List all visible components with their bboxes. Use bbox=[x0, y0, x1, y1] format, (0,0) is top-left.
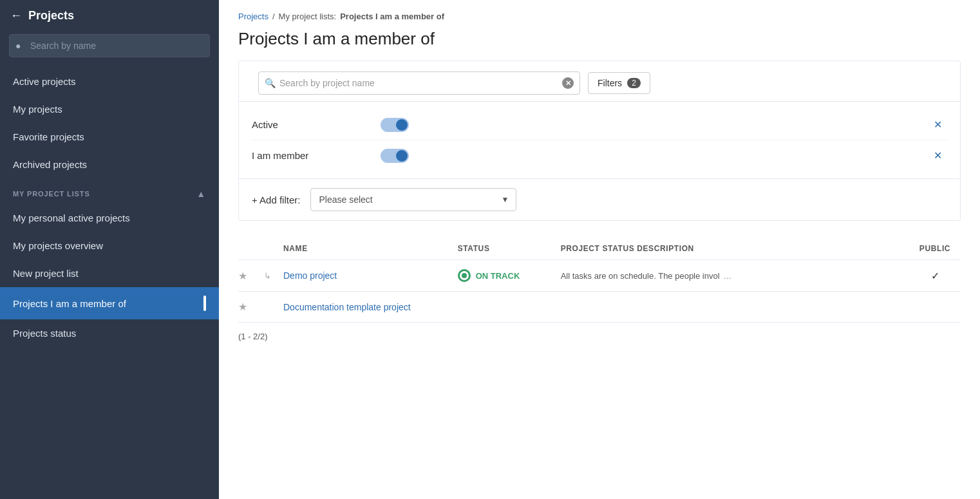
add-filter-label: + Add filter: bbox=[252, 194, 300, 205]
sidebar-item-new-project-list[interactable]: New project list bbox=[0, 259, 219, 287]
project-link-row2[interactable]: Documentation template project bbox=[283, 302, 411, 312]
search-icon: 🔍 bbox=[265, 78, 276, 88]
project-link-row1[interactable]: Demo project bbox=[283, 270, 337, 281]
add-filter-select[interactable]: Please select bbox=[310, 188, 516, 211]
sidebar-item-projects-member[interactable]: Projects I am a member of bbox=[0, 287, 219, 319]
page-title: Projects I am a member of bbox=[219, 25, 980, 61]
search-input-wrapper: 🔍 ✕ bbox=[258, 71, 580, 95]
col-name-header: NAME bbox=[283, 244, 458, 253]
table-row: ★ Documentation template project bbox=[238, 292, 961, 323]
pin-icon-row1: ↳ bbox=[264, 271, 283, 281]
table-footer: (1 - 2/2) bbox=[238, 323, 961, 350]
desc-ellipsis-row1[interactable]: … bbox=[724, 271, 732, 281]
sidebar-item-archived-projects[interactable]: Archived projects bbox=[0, 151, 219, 178]
member-filter-remove[interactable]: ✕ bbox=[928, 147, 947, 164]
breadcrumb-my-project-lists: My project lists: bbox=[279, 12, 337, 21]
active-bar bbox=[203, 296, 206, 311]
sidebar-item-my-projects[interactable]: My projects bbox=[0, 95, 219, 123]
member-toggle-knob bbox=[396, 150, 408, 162]
member-toggle-wrapper bbox=[381, 149, 409, 163]
add-filter-select-wrapper: Please select ▼ bbox=[310, 188, 516, 211]
member-filter-label: I am member bbox=[252, 150, 381, 161]
col-public-header: PUBLIC bbox=[909, 244, 961, 253]
filters-count-badge: 2 bbox=[627, 78, 641, 88]
project-name-row2: Documentation template project bbox=[283, 302, 458, 312]
sidebar-item-my-projects-overview[interactable]: My projects overview bbox=[0, 232, 219, 259]
member-toggle[interactable] bbox=[381, 149, 409, 163]
sidebar-search-input[interactable] bbox=[9, 34, 210, 57]
active-toggle-knob bbox=[396, 119, 408, 131]
section-collapse-icon[interactable]: ▲ bbox=[196, 189, 206, 199]
sidebar-header: ← Projects bbox=[0, 0, 219, 32]
sidebar-item-active-projects[interactable]: Active projects bbox=[0, 68, 219, 95]
active-filter-label: Active bbox=[252, 119, 381, 130]
col-desc-header: PROJECT STATUS DESCRIPTION bbox=[561, 244, 909, 253]
breadcrumb-projects-link[interactable]: Projects bbox=[238, 12, 269, 21]
active-toggle[interactable] bbox=[381, 118, 409, 132]
breadcrumb: Projects / My project lists: Projects I … bbox=[219, 0, 980, 25]
filters-label: Filters bbox=[598, 78, 622, 88]
active-filter-remove[interactable]: ✕ bbox=[928, 116, 947, 133]
filters-button[interactable]: Filters 2 bbox=[588, 72, 650, 94]
breadcrumb-current: Projects I am a member of bbox=[340, 12, 444, 21]
sidebar: ← Projects ● Active projects My projects… bbox=[0, 0, 219, 499]
project-search-input[interactable] bbox=[258, 71, 580, 95]
search-clear-button[interactable]: ✕ bbox=[562, 77, 574, 89]
status-dot-inner-row1 bbox=[462, 273, 467, 278]
project-name-row1: Demo project bbox=[283, 270, 458, 281]
table-header: NAME STATUS PROJECT STATUS DESCRIPTION P… bbox=[238, 238, 961, 260]
sidebar-item-favorite-projects[interactable]: Favorite projects bbox=[0, 123, 219, 151]
col-status-header: STATUS bbox=[458, 244, 561, 253]
public-check-row1: ✓ bbox=[909, 270, 961, 282]
status-row1: ON TRACK bbox=[458, 269, 561, 282]
member-filter-row: I am member ✕ bbox=[252, 140, 947, 171]
back-icon[interactable]: ← bbox=[10, 9, 22, 23]
sidebar-title: Projects bbox=[28, 9, 74, 23]
filter-section: 🔍 ✕ Filters 2 Active ✕ I am member bbox=[238, 61, 961, 221]
breadcrumb-sep: / bbox=[272, 12, 275, 21]
sidebar-search-wrapper: ● bbox=[9, 34, 210, 57]
search-bar-row: 🔍 ✕ Filters 2 bbox=[239, 61, 960, 101]
desc-text-row1: All tasks are on schedule. The people in… bbox=[561, 271, 720, 281]
my-project-lists-section: MY PROJECT LISTS ▲ bbox=[0, 178, 219, 204]
sidebar-item-my-personal-active[interactable]: My personal active projects bbox=[0, 204, 219, 232]
main-content: Projects / My project lists: Projects I … bbox=[219, 0, 980, 499]
star-icon-row1[interactable]: ★ bbox=[238, 270, 264, 282]
desc-row1: All tasks are on schedule. The people in… bbox=[561, 271, 909, 281]
star-icon-row2[interactable]: ★ bbox=[238, 301, 264, 313]
table-section: NAME STATUS PROJECT STATUS DESCRIPTION P… bbox=[238, 238, 961, 350]
sidebar-item-projects-status[interactable]: Projects status bbox=[0, 319, 219, 347]
status-text-row1: ON TRACK bbox=[476, 271, 520, 281]
filter-rows: Active ✕ I am member ✕ bbox=[239, 101, 960, 178]
active-toggle-wrapper bbox=[381, 118, 409, 132]
active-filter-row: Active ✕ bbox=[252, 109, 947, 140]
sidebar-search-icon: ● bbox=[15, 41, 21, 51]
table-row: ★ ↳ Demo project ON TRACK All tasks are … bbox=[238, 260, 961, 292]
status-dot-row1 bbox=[458, 269, 471, 282]
add-filter-row: + Add filter: Please select ▼ bbox=[239, 178, 960, 220]
